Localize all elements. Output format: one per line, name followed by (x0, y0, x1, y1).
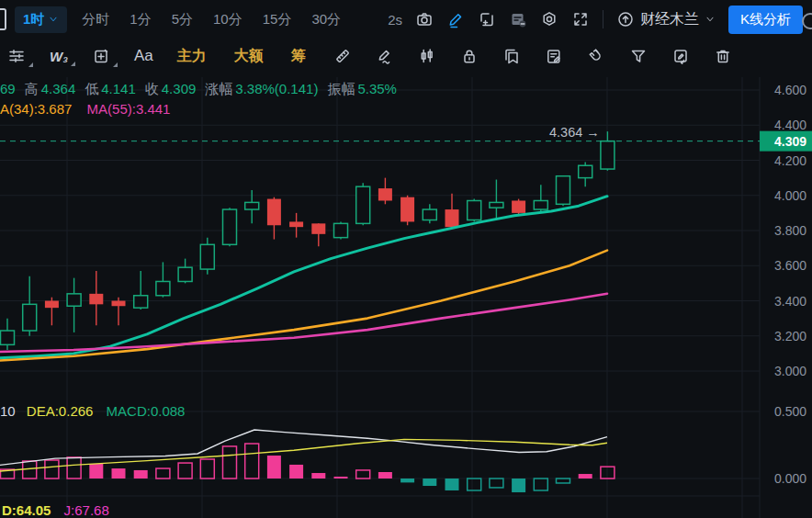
svg-text:3.200: 3.200 (774, 329, 806, 343)
svg-text:4.600: 4.600 (774, 83, 806, 97)
note-edit-icon[interactable] (545, 47, 563, 65)
kdj-j-value: J:67.68 (64, 502, 109, 518)
account-menu[interactable]: 财经木兰 (616, 10, 716, 29)
publish-upload-icon (616, 10, 635, 28)
svg-text:0.500: 0.500 (774, 404, 806, 419)
chips-toggle[interactable]: 筹 (291, 47, 306, 66)
ohlc-legend: 69高4.364低4.141收4.309涨幅3.38%(0.141)振幅5.35… (0, 81, 397, 98)
drawing-toolbar: W₃ Aa 主力 大额 筹 (0, 39, 812, 73)
dea-value: DEA:0.266 (27, 403, 94, 419)
macd-value: MACD:0.088 (107, 403, 186, 419)
svg-text:4.000: 4.000 (774, 188, 806, 203)
macd-legend: 10 DEA:0.266 MACD:0.088 (0, 403, 185, 419)
camera-icon[interactable] (415, 10, 434, 28)
svg-text:4.364 →: 4.364 → (549, 125, 600, 140)
filter-icon[interactable] (629, 47, 648, 65)
text-style-icon[interactable]: Aa (134, 47, 153, 65)
ma34-value: A(34):3.687 (0, 101, 72, 117)
trash-icon[interactable] (714, 47, 732, 65)
svg-text:3.600: 3.600 (774, 258, 806, 273)
wave-icon[interactable]: W₃ (50, 49, 68, 64)
panel-collapse-icon[interactable] (0, 8, 6, 30)
timeframe-30min[interactable]: 30分 (311, 11, 341, 28)
kline-style-icon[interactable] (418, 47, 436, 65)
add-frame-icon[interactable] (478, 10, 496, 28)
replay-edit-icon[interactable] (671, 47, 690, 65)
chevron-down-icon (705, 14, 716, 25)
toolbar-divider (603, 10, 603, 28)
timeframe-label: 1时 (23, 11, 44, 28)
kdj-legend: D:64.05 J:67.68 (2, 502, 109, 518)
settings-hexagon-icon[interactable] (540, 10, 558, 28)
draw-pencil-icon[interactable] (446, 10, 465, 28)
timeframe-10min[interactable]: 10分 (213, 11, 242, 28)
indicator-sliders-icon[interactable] (7, 47, 26, 65)
kline-app: 4.3094.364 →4.6004.4004.2004.0003.8003.6… (0, 0, 812, 518)
svg-text:3.000: 3.000 (774, 364, 806, 378)
timeframe-minute-line[interactable]: 分时 (82, 11, 109, 28)
timeframe-5min[interactable]: 5分 (172, 11, 193, 28)
freehand-pencil-icon[interactable] (376, 47, 394, 65)
edge-clipped-icon (802, 13, 812, 29)
svg-text:3.400: 3.400 (774, 294, 806, 309)
account-name: 财经木兰 (640, 10, 699, 29)
dropdown-corner (71, 62, 75, 66)
chevron-down-icon (48, 14, 59, 25)
timeframe-1hour[interactable]: 1时 (15, 6, 67, 33)
add-box-icon[interactable] (92, 47, 110, 65)
svg-text:4.200: 4.200 (774, 153, 806, 168)
bookmark-icon[interactable] (502, 47, 521, 65)
chart-canvas[interactable]: 4.3094.364 →4.6004.4004.2004.0003.8003.6… (0, 0, 812, 518)
top-toolbar: 1时 分时 1分 5分 10分 15分 30分 2s (0, 0, 812, 39)
magnet-icon[interactable] (587, 47, 605, 65)
dropdown-corner (28, 62, 33, 67)
dif-value-clipped: 10 (0, 403, 16, 419)
ma55-value: MA(55):3.441 (87, 101, 171, 117)
timeframe-15min[interactable]: 15分 (263, 11, 292, 28)
open-value-clipped: 69 (0, 81, 16, 96)
svg-text:4.309: 4.309 (774, 134, 806, 149)
refresh-interval-label: 2s (388, 12, 402, 28)
svg-text:4.400: 4.400 (774, 118, 806, 132)
large-order-toggle[interactable]: 大额 (234, 47, 264, 66)
ma-legend: A(34):3.687 MA(55):3.441 (0, 101, 170, 117)
main-force-toggle[interactable]: 主力 (177, 47, 207, 66)
kline-analysis-button[interactable]: K线分析 (728, 6, 803, 34)
lock-icon[interactable] (460, 47, 479, 65)
fullscreen-icon[interactable] (571, 10, 590, 28)
timeframe-1min[interactable]: 1分 (130, 11, 151, 28)
svg-text:0.000: 0.000 (774, 471, 806, 486)
dropdown-corner (113, 62, 118, 67)
ruler-icon[interactable] (333, 47, 352, 65)
kdj-d-value: D:64.05 (2, 502, 51, 518)
image-badge-icon[interactable] (509, 10, 527, 28)
svg-text:3.800: 3.800 (774, 223, 806, 238)
